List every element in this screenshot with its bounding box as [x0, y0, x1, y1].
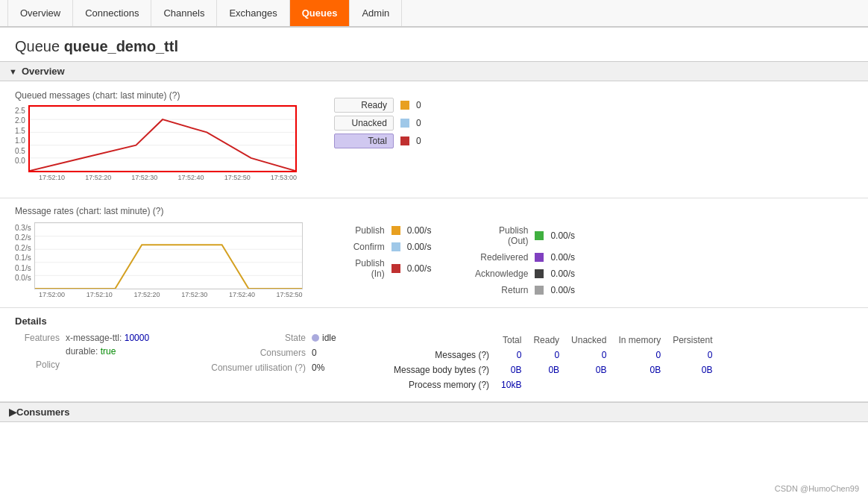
rates-section: Message rates (chart: last minute) (?) 0… [0, 198, 868, 308]
rates-chart [34, 222, 303, 289]
rate-publish-row: Publish 0.00/s [318, 225, 432, 236]
details-mid: State idle Consumers 0 Consumer utilisat… [201, 333, 365, 377]
proc-memory-in-memory [612, 377, 667, 392]
nav-exchanges[interactable]: Exchanges [217, 0, 289, 26]
stat-total-row: Total 0 [334, 134, 421, 148]
details-table: Total Ready Unacked In memory Persistent… [388, 333, 719, 392]
features-val: x-message-ttl: 10000 [66, 333, 149, 343]
durable-key [15, 346, 60, 357]
queued-messages-block: Queued messages (chart: last minute) (?)… [15, 90, 297, 181]
messages-unacked: 0 [565, 348, 612, 363]
queued-y-labels: 2.52.01.51.00.50.0 [15, 105, 28, 165]
proc-memory-ready [527, 377, 565, 392]
rate-confirm-value: 0.00/s [407, 242, 432, 252]
features-key: Features [15, 333, 60, 343]
rate-return-row: Return 0.00/s [461, 285, 575, 295]
table-row: Messages (?) 0 0 0 0 0 [388, 348, 719, 363]
body-bytes-persistent: 0B [667, 363, 718, 377]
svg-rect-7 [400, 119, 409, 128]
rates-left-col: Publish 0.00/s Confirm 0.00/s Publish(In… [318, 225, 432, 295]
rate-publish-in-label: Publish(In) [318, 258, 385, 279]
col-label [388, 333, 495, 348]
body-bytes-unacked: 0B [565, 363, 612, 377]
proc-memory-unacked [565, 377, 612, 392]
rate-acknowledge-label: Acknowledge [461, 269, 528, 279]
rate-confirm-row: Confirm 0.00/s [318, 242, 432, 252]
svg-rect-6 [400, 101, 409, 110]
stat-ready-label: Ready [334, 98, 394, 113]
stat-total-label: Total [334, 134, 394, 148]
queued-x-labels: 17:52:1017:52:2017:52:3017:52:4017:52:50… [15, 174, 297, 181]
stat-ready-row: Ready 0 [334, 98, 421, 113]
rates-right-col: Publish(Out) 0.00/s Redelivered 0.00/s A… [461, 225, 575, 295]
col-in-memory: In memory [612, 333, 667, 348]
rates-stats: Publish 0.00/s Confirm 0.00/s Publish(In… [318, 225, 575, 295]
consumers-arrow: ▶ [9, 407, 16, 418]
svg-rect-18 [535, 231, 544, 240]
rate-publish-out-value: 0.00/s [550, 230, 575, 241]
svg-rect-17 [391, 264, 400, 273]
rate-publish-in-row: Publish(In) 0.00/s [318, 258, 432, 279]
idle-indicator [312, 334, 319, 342]
svg-rect-20 [535, 269, 544, 278]
details-left: Features x-message-ttl: 10000 durable: t… [15, 333, 179, 373]
body-bytes-total: 0B [495, 363, 527, 377]
proc-memory-total: 10kB [495, 377, 527, 392]
queued-stats-panel: Ready 0 Unacked 0 Total 0 [334, 98, 421, 181]
nav-connections[interactable]: Connections [73, 0, 151, 26]
queued-messages-chart [28, 105, 297, 172]
overview-content: Queued messages (chart: last minute) (?)… [0, 81, 868, 198]
idle-text: idle [322, 333, 336, 343]
stat-ready-value: 0 [416, 100, 421, 110]
policy-key: Policy [15, 360, 60, 370]
rate-acknowledge-value: 0.00/s [550, 269, 575, 279]
details-title: Details [15, 316, 853, 327]
messages-label: Messages (?) [388, 348, 495, 363]
svg-rect-16 [391, 242, 400, 251]
ttl-value: 10000 [125, 333, 149, 343]
rate-return-value: 0.00/s [550, 285, 575, 295]
state-value: idle [312, 333, 336, 343]
svg-rect-19 [535, 253, 544, 262]
rate-publish-in-value: 0.00/s [407, 263, 432, 274]
queued-messages-title: Queued messages (chart: last minute) (?) [15, 90, 297, 101]
rate-publish-label: Publish [318, 225, 385, 236]
durable-value: true [101, 346, 116, 357]
table-row: Process memory (?) 10kB [388, 377, 719, 392]
rates-x-labels: 17:52:0017:52:1017:52:2017:52:3017:52:40… [15, 291, 303, 298]
col-total: Total [495, 333, 527, 348]
nav-admin[interactable]: Admin [350, 0, 402, 26]
overview-label: Overview [22, 66, 65, 77]
messages-in-memory: 0 [612, 348, 667, 363]
page-title: Queue queue_demo_ttl [0, 28, 868, 61]
svg-rect-8 [400, 136, 409, 145]
rates-title: Message rates (chart: last minute) (?) [15, 206, 853, 216]
rate-publish-value: 0.00/s [407, 225, 432, 236]
svg-rect-15 [391, 226, 400, 235]
col-unacked: Unacked [565, 333, 612, 348]
nav-overview[interactable]: Overview [7, 0, 73, 26]
stat-unacked-label: Unacked [334, 116, 394, 131]
rate-publish-out-row: Publish(Out) 0.00/s [461, 225, 575, 246]
messages-ready: 0 [527, 348, 565, 363]
overview-arrow: ▼ [9, 67, 17, 76]
rate-return-label: Return [461, 285, 528, 295]
nav-channels[interactable]: Channels [151, 0, 217, 26]
nav-queues[interactable]: Queues [290, 0, 350, 26]
table-row: Message body bytes (?) 0B 0B 0B 0B 0B [388, 363, 719, 377]
rate-redelivered-value: 0.00/s [550, 252, 575, 263]
col-persistent: Persistent [667, 333, 718, 348]
overview-section-header[interactable]: ▼ Overview [0, 61, 868, 81]
rates-chart-wrapper: 0.3/s0.2/s0.2/s0.1/s0.1/s0.0/s [15, 222, 303, 298]
consumers-section-header[interactable]: ▶ Consumers [0, 402, 868, 422]
consumers-label: Consumers [16, 407, 70, 418]
body-bytes-in-memory: 0B [612, 363, 667, 377]
consumer-util-val: 0% [312, 363, 324, 373]
details-section: Details Features x-message-ttl: 10000 du… [0, 308, 868, 402]
svg-rect-21 [535, 286, 544, 295]
navigation: Overview Connections Channels Exchanges … [0, 0, 868, 28]
rate-confirm-label: Confirm [318, 242, 385, 252]
stat-unacked-value: 0 [416, 118, 421, 128]
messages-total: 0 [495, 348, 527, 363]
rate-acknowledge-row: Acknowledge 0.00/s [461, 269, 575, 279]
